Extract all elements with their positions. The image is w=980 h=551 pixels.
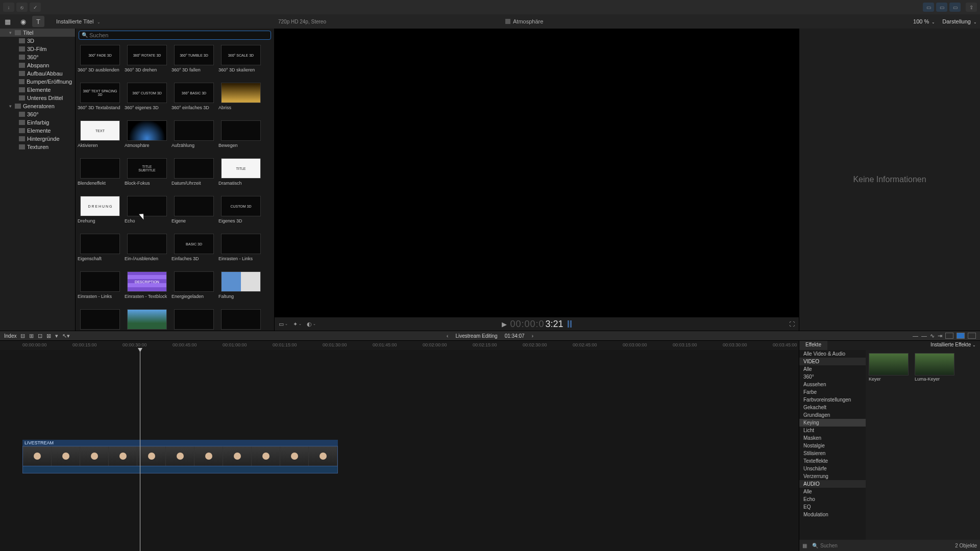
view-menu[interactable]: Darstellung ⌄ (942, 18, 977, 24)
title-thumbnail[interactable]: Bewegen (218, 120, 263, 154)
effects-category[interactable]: Nostalgie (799, 442, 866, 449)
sidebar-item[interactable]: Aufbau/Abbau (0, 69, 75, 78)
sidebar-item[interactable]: Elemente (0, 127, 75, 135)
title-thumbnail[interactable]: Ein-/Ausblenden (125, 234, 169, 267)
titles-generators-icon[interactable]: T (32, 16, 44, 27)
retime-menu[interactable]: ◐⌄ (307, 321, 316, 328)
overwrite-clip-icon[interactable]: ⊠ (46, 333, 51, 339)
transform-menu[interactable]: ▭⌄ (279, 321, 288, 328)
effects-category[interactable]: Farbvoreinstellungen (799, 396, 866, 404)
sidebar-item[interactable]: Einfarbig (0, 118, 75, 127)
title-thumbnail[interactable]: BASIC 3DEinfaches 3D (172, 234, 216, 267)
effects-category[interactable]: Gekachelt (799, 404, 866, 411)
effects-category[interactable]: Texteffekte (799, 457, 866, 465)
append-clip-icon[interactable]: ⊡ (38, 333, 42, 339)
search-input[interactable] (79, 31, 271, 40)
tools-menu[interactable]: ▾ (55, 333, 58, 339)
title-thumbnail[interactable] (125, 309, 169, 331)
title-thumbnail[interactable]: 360° CUSTOM 3D360° eigenes 3D (125, 83, 169, 116)
background-tasks-button[interactable]: ✓ (30, 3, 41, 12)
playhead[interactable] (140, 350, 140, 551)
clip-filmstrip[interactable] (22, 446, 338, 466)
effects-category[interactable]: Keying (799, 419, 866, 427)
connect-clip-icon[interactable]: ⊟ (20, 333, 25, 339)
layout-inspector-button[interactable]: ▭ (949, 3, 961, 12)
title-thumbnail[interactable]: 360° BASIC 3D360° einfaches 3D (172, 83, 216, 116)
title-thumbnail[interactable] (172, 309, 216, 331)
sidebar-item[interactable]: Texturen (0, 143, 75, 151)
audio-skimming-icon[interactable]: ― (921, 333, 927, 339)
import-button[interactable]: ↓ (3, 3, 14, 12)
sidebar-item[interactable]: 360° (0, 110, 75, 118)
effects-category[interactable]: Verzerrung (799, 472, 866, 480)
skimming-icon[interactable]: ― (913, 333, 918, 339)
breadcrumb[interactable]: Installierte Titel ⌄ (56, 18, 101, 24)
timeline[interactable]: 00:00:00:0000:00:15:0000:00:30:0000:00:4… (0, 341, 799, 551)
share-button[interactable]: ⇪ (966, 3, 977, 12)
transitions-browser-button[interactable] (968, 333, 976, 339)
index-button[interactable]: Index (4, 333, 16, 339)
sidebar-item[interactable]: Unteres Drittel (0, 94, 75, 102)
tab-installed-effects[interactable]: Installierte Effekte ⌄ (926, 341, 980, 350)
library-icon[interactable]: ▦ (2, 16, 14, 27)
effects-category[interactable]: Farbe (799, 388, 866, 396)
prev-edit-icon[interactable]: ‹ (447, 333, 449, 339)
effects-category[interactable]: Aussehen (799, 381, 866, 388)
effects-browser-button[interactable] (957, 333, 965, 339)
effects-category[interactable]: Stilisieren (799, 449, 866, 457)
title-thumbnail[interactable]: DESCRIPTIONEinrasten - Textblock (125, 271, 169, 305)
effects-category[interactable]: 360° (799, 373, 866, 381)
sidebar-item[interactable]: ▾Titel (0, 29, 75, 37)
effects-category[interactable]: Alle (799, 488, 866, 495)
play-button[interactable]: ▶ (502, 320, 507, 328)
sidebar-item[interactable]: Hintergründe (0, 135, 75, 143)
next-edit-icon[interactable]: › (532, 333, 534, 339)
viewer-canvas[interactable] (275, 29, 799, 317)
effects-category[interactable]: Grundlagen (799, 411, 866, 419)
solo-icon[interactable]: ∿ (930, 333, 935, 339)
title-thumbnail[interactable]: Datum/Uhrzeit (172, 158, 216, 192)
insert-clip-icon[interactable]: ⊞ (29, 333, 34, 339)
title-thumbnail[interactable]: Aufzählung (172, 120, 216, 154)
tab-effects[interactable]: Effekte (799, 341, 827, 350)
title-thumbnail[interactable]: TEXTAktivieren (78, 120, 122, 154)
sidebar-item[interactable]: 3D (0, 37, 75, 45)
effects-category[interactable]: Alle (799, 365, 866, 373)
enhance-menu[interactable]: ✦⌄ (293, 321, 302, 328)
photos-icon[interactable]: ◉ (17, 16, 29, 27)
title-thumbnail[interactable]: 360° SCALE 3D360° 3D skalieren (218, 45, 263, 79)
layout-timeline-button[interactable]: ▭ (936, 3, 947, 12)
zoom-menu[interactable]: 100 % ⌄ (913, 18, 935, 24)
effect-thumbnail[interactable]: Luma-Keyer (915, 353, 957, 382)
timeline-clip[interactable]: LIVESTREAM (22, 440, 338, 473)
effect-thumbnail[interactable]: Keyer (869, 353, 911, 382)
title-thumbnail[interactable]: Atmosphäre (125, 120, 169, 154)
sidebar-item[interactable]: Elemente (0, 86, 75, 94)
tool-button[interactable]: ⎋ (16, 3, 28, 12)
title-thumbnail[interactable]: Eigene (172, 196, 216, 230)
title-thumbnail[interactable]: Energiegeladen (172, 271, 216, 305)
title-thumbnail[interactable]: Echo (125, 196, 169, 230)
title-thumbnail[interactable] (78, 309, 122, 331)
title-thumbnail[interactable] (218, 309, 263, 331)
title-thumbnail[interactable]: TITLESUBTITLEBlock-Fokus (125, 158, 169, 192)
title-thumbnail[interactable]: Faltung (218, 271, 263, 305)
snapping-icon[interactable]: ⇥ (938, 333, 942, 339)
effects-category[interactable]: Echo (799, 495, 866, 503)
layout-browser-button[interactable]: ▭ (923, 3, 934, 12)
clip-appearance-button[interactable] (945, 333, 953, 339)
title-thumbnail[interactable]: Abriss (218, 83, 263, 116)
title-thumbnail[interactable]: CUSTOM 3DEigenes 3D (218, 196, 263, 230)
effects-category[interactable]: EQ (799, 503, 866, 511)
title-thumbnail[interactable]: 360° ROTATE 3D360° 3D drehen (125, 45, 169, 79)
effects-category[interactable]: Alle Video & Audio (799, 350, 866, 358)
title-thumbnail[interactable]: 360° TEXT SPACING 3D360° 3D Textabstand (78, 83, 122, 116)
sidebar-item[interactable]: ▾Generatoren (0, 102, 75, 110)
title-thumbnail[interactable]: 360° TUMBLE 3D360° 3D fallen (172, 45, 216, 79)
effects-category[interactable]: Modulation (799, 511, 866, 518)
title-thumbnail[interactable]: TITLEDramatisch (218, 158, 263, 192)
effects-category[interactable]: Licht (799, 427, 866, 434)
timeline-ruler[interactable]: 00:00:00:0000:00:15:0000:00:30:0000:00:4… (0, 341, 799, 350)
sidebar-item[interactable]: Abspann (0, 61, 75, 69)
title-thumbnail[interactable]: 360° FADE 3D360° 3D ausblenden (78, 45, 122, 79)
